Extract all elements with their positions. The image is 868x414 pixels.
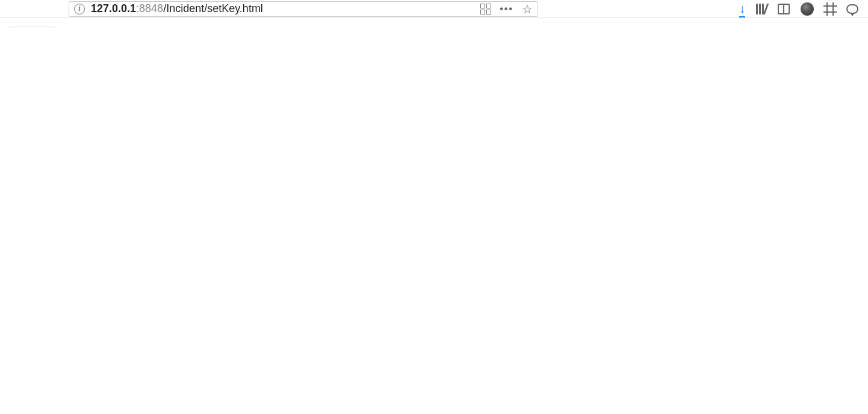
toolbar-right: ↓ <box>739 2 866 16</box>
page-content: 修改上下左右键 上: 下: 左: 右: 确定 <box>0 18 868 28</box>
library-icon[interactable] <box>756 4 767 14</box>
chat-icon[interactable] <box>846 4 858 14</box>
qr-icon[interactable] <box>480 4 491 14</box>
browser-toolbar: i 127.0.0.1:8848/Incident/setKey.html ••… <box>0 0 868 18</box>
url-port: :8848 <box>136 2 163 14</box>
url-bar[interactable]: i 127.0.0.1:8848/Incident/setKey.html ••… <box>69 1 538 17</box>
url-host: 127.0.0.1 <box>91 2 136 14</box>
url-bar-actions: ••• ☆ <box>480 2 533 16</box>
url-text: 127.0.0.1:8848/Incident/setKey.html <box>91 2 263 15</box>
screenshot-crop-icon[interactable] <box>825 4 835 14</box>
download-icon[interactable]: ↓ <box>739 2 745 16</box>
more-icon[interactable]: ••• <box>500 4 513 14</box>
watermark-badge <box>8 27 55 28</box>
bookmark-star-icon[interactable]: ☆ <box>522 2 533 16</box>
profile-avatar-icon[interactable] <box>801 2 814 16</box>
info-icon[interactable]: i <box>74 4 85 14</box>
url-path: /Incident/setKey.html <box>163 2 263 14</box>
reader-view-icon[interactable] <box>778 4 790 14</box>
